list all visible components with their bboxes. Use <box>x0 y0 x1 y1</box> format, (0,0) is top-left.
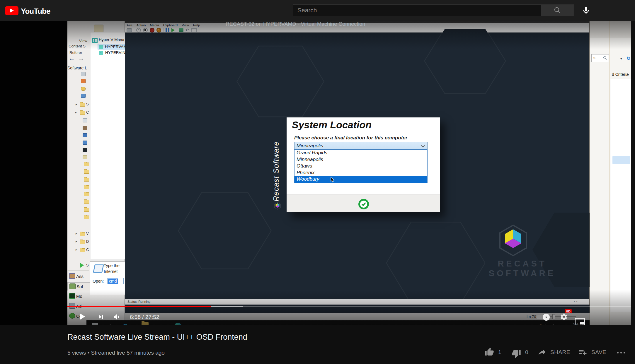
progress-bar[interactable] <box>67 306 631 307</box>
next-button[interactable] <box>97 313 105 321</box>
time-display: 6:58 / 27:52 <box>130 314 159 320</box>
option-phoenix[interactable]: Phoenix <box>294 170 427 176</box>
folder-icon[interactable] <box>84 192 89 196</box>
voice-search-mic-icon[interactable] <box>581 6 591 16</box>
back-arrow-icon[interactable]: ← <box>69 54 75 62</box>
configmgr-console-strip: View Content S Referer ← → Software L ▸ … <box>67 8 90 325</box>
criteria-label[interactable]: d Criteria <box>612 72 629 77</box>
youtube-watch-page: View Content S Referer ← → Software L ▸ … <box>0 0 635 364</box>
workspace-software-library[interactable]: Sof <box>67 282 90 290</box>
autoplay-toggle[interactable] <box>536 315 549 319</box>
location-option-list: Grand Rapids Minneapolis Ottawa Phoenix … <box>294 149 428 183</box>
folder-icon[interactable] <box>84 200 89 204</box>
option-ottawa[interactable]: Ottawa <box>294 163 427 170</box>
dialog-vertical-brand: Recast Software <box>272 134 281 201</box>
expand-arrow[interactable]: ▸ <box>76 102 77 106</box>
package-icon <box>81 79 86 83</box>
search-input-wrap <box>293 4 541 16</box>
right-search-box[interactable]: s <box>591 54 609 62</box>
folder-icon[interactable] <box>84 178 89 182</box>
play-button[interactable] <box>76 311 87 322</box>
video-title: Recast Software Live Stream - UI++ OSD F… <box>67 333 247 342</box>
monitor-key-icon <box>81 94 86 98</box>
console-referrer-label: Referer <box>69 50 82 55</box>
dropdown-arrow-icon[interactable]: ▾ <box>620 57 622 61</box>
run-open-input[interactable]: cmd <box>107 278 124 284</box>
location-dropdown[interactable]: Minneapolis <box>294 142 428 149</box>
server-icon <box>99 51 103 55</box>
expand-arrow[interactable]: ▸ <box>76 248 77 252</box>
dislike-count[interactable]: 0 <box>525 349 528 356</box>
script-play-icon <box>80 263 84 268</box>
option-grand-rapids[interactable]: Grand Rapids <box>294 150 427 156</box>
key-icon <box>81 87 86 91</box>
hyperv-tree-area <box>91 33 125 259</box>
recast-watermark-text: RECAST SOFTWARE <box>464 259 581 278</box>
forward-arrow-icon[interactable]: → <box>78 54 84 62</box>
hd-quality-badge: HD <box>565 309 572 313</box>
folder-icon[interactable] <box>84 185 89 189</box>
run-open-label: Open: <box>93 279 104 283</box>
hexagon-decor <box>178 190 272 272</box>
more-actions-button[interactable] <box>617 352 625 353</box>
option-woodbury-selected[interactable]: Woodbury <box>294 176 427 183</box>
selected-list-row[interactable] <box>612 156 630 164</box>
system-location-dialog: System Location Please choose a final lo… <box>287 117 440 212</box>
settings-gear-icon[interactable] <box>560 313 568 321</box>
video-player[interactable]: View Content S Referer ← → Software L ▸ … <box>67 8 631 325</box>
youtube-logo-icon[interactable] <box>5 6 18 15</box>
collapse-arrow[interactable]: ▾ <box>75 111 77 115</box>
folder-icon[interactable] <box>80 111 85 115</box>
youtube-logo-text[interactable]: YouTube <box>21 7 50 16</box>
hyperv-manager-panel: Hyper-V Mana HYPERVAM HYPERVINT Type the… <box>90 8 125 325</box>
dropdown-selected-value: Minneapolis <box>297 143 323 148</box>
volume-button[interactable] <box>113 312 122 322</box>
run-icon <box>93 264 104 273</box>
tree-letter: S <box>86 102 89 106</box>
run-open-value: cmd <box>108 278 118 284</box>
folder-icon[interactable] <box>80 232 85 236</box>
tree-letter: C <box>86 247 89 252</box>
folder-icon[interactable] <box>80 240 85 244</box>
folder-icon[interactable] <box>84 170 89 174</box>
miniplayer-button[interactable] <box>575 318 585 325</box>
boundary-icon <box>81 72 86 76</box>
package-brown-icon <box>83 126 87 130</box>
os-image-icon <box>83 133 87 137</box>
run-text-line1: Type the <box>104 263 120 268</box>
workspace-assets[interactable]: Ass <box>67 272 90 281</box>
chevron-down-icon <box>421 144 425 148</box>
settings-doc-icon <box>83 118 87 122</box>
save-playlist-icon[interactable] <box>578 348 587 357</box>
share-icon[interactable] <box>537 347 547 357</box>
software-library-label: Software L <box>67 66 87 70</box>
folder-icon[interactable] <box>80 248 85 252</box>
save-button-label[interactable]: SAVE <box>591 349 606 356</box>
like-button-icon[interactable] <box>485 347 494 357</box>
refresh-icon[interactable]: ↻ <box>627 56 630 61</box>
divider[interactable] <box>68 270 89 271</box>
share-button-label[interactable]: SHARE <box>550 349 570 356</box>
folder-icon[interactable] <box>84 163 89 166</box>
option-minneapolis[interactable]: Minneapolis <box>294 156 427 163</box>
recast-cube-logo <box>498 224 528 257</box>
task-sequence-icon <box>83 155 87 159</box>
expand-arrow[interactable]: ▸ <box>76 232 77 235</box>
software-library-icon <box>69 283 76 289</box>
youtube-masthead: YouTube <box>0 0 635 21</box>
criteria-dropdown-icon[interactable]: ▾ <box>628 73 629 76</box>
mouse-cursor <box>330 177 335 183</box>
dislike-button-icon[interactable] <box>512 349 521 358</box>
hyperv-host2-label[interactable]: HYPERVINT <box>105 50 128 55</box>
folder-icon[interactable] <box>84 216 89 219</box>
search-icon <box>554 6 561 14</box>
expand-arrow[interactable]: ▸ <box>76 240 77 243</box>
confirm-check-button[interactable] <box>358 199 369 209</box>
like-count[interactable]: 1 <box>498 349 501 356</box>
mini-cube-icon <box>274 202 281 210</box>
search-button[interactable] <box>541 4 574 16</box>
folder-icon[interactable] <box>84 208 89 212</box>
folder-icon[interactable] <box>80 103 85 107</box>
run-text-line2: Internet <box>104 269 118 274</box>
search-input[interactable] <box>293 5 545 16</box>
